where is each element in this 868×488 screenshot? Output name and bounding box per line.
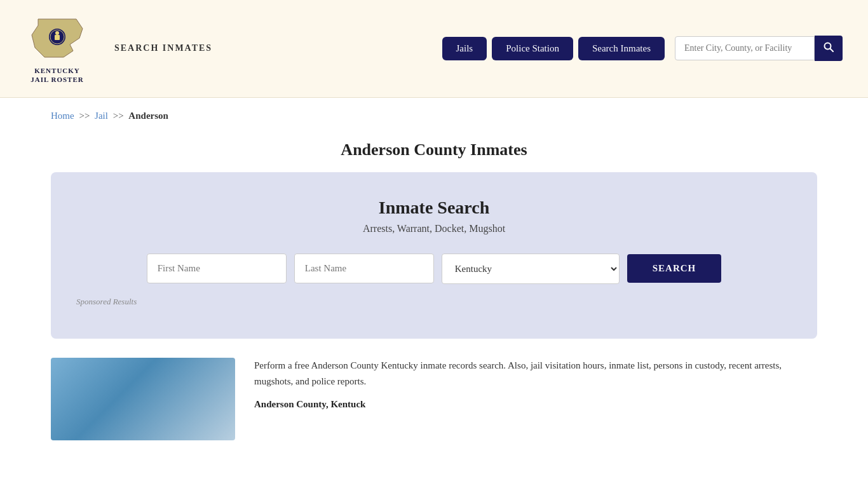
search-box-subtitle: Arrests, Warrant, Docket, Mugshot: [76, 223, 792, 234]
search-submit-button[interactable]: SEARCH: [627, 254, 722, 283]
page-title-area: Anderson County Inmates: [0, 134, 868, 172]
breadcrumb-sep2: >>: [113, 111, 124, 121]
search-icon: [824, 42, 834, 52]
content-area: Perform a free Anderson County Kentucky …: [51, 358, 817, 440]
logo-area: ★ ★ KENTUCKY JAIL ROSTER: [25, 13, 89, 85]
header-search-button[interactable]: [815, 36, 843, 61]
page-title: Anderson County Inmates: [25, 140, 843, 159]
nav-buttons: Jails Police Station Search Inmates: [442, 36, 843, 61]
svg-rect-4: [55, 35, 60, 40]
state-select[interactable]: AlabamaAlaskaArizonaArkansasCaliforniaCo…: [442, 254, 620, 284]
content-description: Perform a free Anderson County Kentucky …: [254, 358, 817, 390]
header-search-input[interactable]: [675, 36, 815, 60]
nav-search-button[interactable]: Search Inmates: [578, 37, 665, 60]
last-name-input[interactable]: [294, 254, 434, 283]
breadcrumb-jail[interactable]: Jail: [95, 111, 108, 121]
svg-point-3: [55, 31, 59, 35]
svg-text:★: ★: [61, 44, 64, 48]
first-name-input[interactable]: [147, 254, 287, 283]
logo-image: ★ ★: [25, 13, 89, 64]
svg-text:★: ★: [50, 44, 53, 48]
svg-line-8: [831, 49, 834, 52]
county-image: [51, 358, 235, 440]
header-search-wrapper: [675, 36, 843, 61]
nav-police-button[interactable]: Police Station: [492, 37, 573, 60]
breadcrumb-current: Anderson: [128, 111, 168, 121]
site-header: ★ ★ KENTUCKY JAIL ROSTER SEARCH INMATES …: [0, 0, 868, 98]
content-text: Perform a free Anderson County Kentucky …: [254, 358, 817, 419]
site-title: SEARCH INMATES: [114, 43, 212, 53]
search-form: AlabamaAlaskaArizonaArkansasCaliforniaCo…: [76, 254, 792, 284]
breadcrumb-sep1: >>: [79, 111, 90, 121]
logo-text: KENTUCKY JAIL ROSTER: [31, 66, 83, 85]
breadcrumb-home[interactable]: Home: [51, 111, 74, 121]
inmate-search-box: Inmate Search Arrests, Warrant, Docket, …: [51, 172, 817, 339]
nav-jails-button[interactable]: Jails: [442, 37, 487, 60]
content-subheading: Anderson County, Kentuck: [254, 396, 817, 413]
sponsored-label: Sponsored Results: [76, 297, 792, 307]
breadcrumb: Home >> Jail >> Anderson: [0, 98, 868, 134]
search-box-title: Inmate Search: [76, 198, 792, 218]
